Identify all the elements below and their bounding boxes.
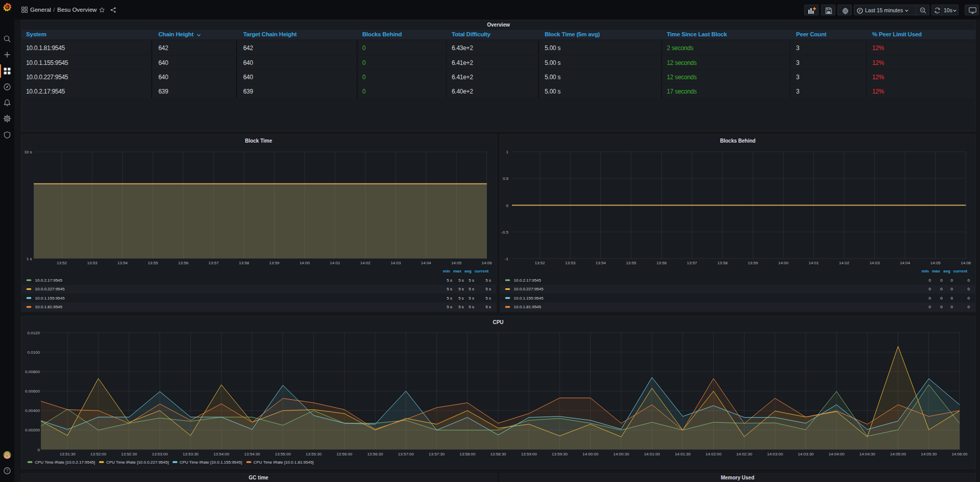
svg-text:13:57:00: 13:57:00 xyxy=(398,452,414,456)
svg-text:14:04: 14:04 xyxy=(421,261,432,265)
svg-text:current: current xyxy=(475,269,489,273)
svg-text:5 s: 5 s xyxy=(458,278,464,283)
svg-text:14:06: 14:06 xyxy=(961,261,971,265)
svg-text:14:02:00: 14:02:00 xyxy=(706,452,722,456)
svg-text:0: 0 xyxy=(940,305,943,309)
svg-text:10.0.1.155:9545: 10.0.1.155:9545 xyxy=(35,296,65,301)
svg-text:14:05:00: 14:05:00 xyxy=(890,452,906,456)
svg-text:0: 0 xyxy=(506,203,508,208)
svg-text:0: 0 xyxy=(950,287,953,291)
svg-text:0: 0 xyxy=(950,278,953,283)
svg-text:avg: avg xyxy=(943,269,950,273)
svg-text:5 s: 5 s xyxy=(485,296,491,301)
svg-text:5 s: 5 s xyxy=(458,305,464,309)
svg-text:max: max xyxy=(453,269,462,273)
svg-text:CPU Time IRate [10.0.1.155:954: CPU Time IRate [10.0.1.155:9545] xyxy=(179,460,242,465)
svg-text:14:06:00: 14:06:00 xyxy=(951,452,968,456)
svg-text:10.0.2.17:9545: 10.0.2.17:9545 xyxy=(35,278,63,283)
svg-text:max: max xyxy=(931,269,940,273)
svg-text:10 s: 10 s xyxy=(24,150,32,154)
svg-text:13:59:00: 13:59:00 xyxy=(521,452,538,456)
svg-text:13:52:30: 13:52:30 xyxy=(121,452,137,456)
svg-text:CPU: CPU xyxy=(493,319,503,325)
svg-text:0: 0 xyxy=(940,296,943,301)
svg-text:10.0.0.227:9545: 10.0.0.227:9545 xyxy=(514,287,543,291)
svg-text:13:55:00: 13:55:00 xyxy=(275,452,291,456)
svg-text:13:57: 13:57 xyxy=(208,261,219,265)
svg-text:5 s: 5 s xyxy=(485,278,491,283)
svg-text:0.0100: 0.0100 xyxy=(28,350,40,355)
svg-text:10.0.0.227:9545: 10.0.0.227:9545 xyxy=(35,287,65,291)
svg-text:13:56: 13:56 xyxy=(178,261,189,265)
svg-text:10.0.1.81:9545: 10.0.1.81:9545 xyxy=(35,305,63,309)
svg-text:5 s: 5 s xyxy=(447,305,452,309)
svg-text:13:52: 13:52 xyxy=(534,261,545,265)
svg-text:14:01:00: 14:01:00 xyxy=(644,452,660,456)
svg-text:14:04:00: 14:04:00 xyxy=(829,452,845,456)
svg-text:14:01:30: 14:01:30 xyxy=(675,452,691,456)
svg-text:0: 0 xyxy=(928,305,931,309)
svg-text:0: 0 xyxy=(950,296,953,301)
svg-text:5 s: 5 s xyxy=(447,278,452,283)
svg-text:CPU Time IRate [10.0.0.227:954: CPU Time IRate [10.0.0.227:9545] xyxy=(106,460,169,465)
svg-text:13:58: 13:58 xyxy=(239,261,249,265)
svg-text:CPU Time IRate [10.0.1.81:9545: CPU Time IRate [10.0.1.81:9545] xyxy=(253,460,314,465)
svg-text:5 s: 5 s xyxy=(447,296,452,301)
svg-text:13:54: 13:54 xyxy=(595,261,606,265)
svg-text:13:52: 13:52 xyxy=(57,261,67,265)
svg-text:0.00800: 0.00800 xyxy=(25,370,40,374)
svg-text:14:03: 14:03 xyxy=(869,261,880,265)
svg-text:10.0.1.155:9545: 10.0.1.155:9545 xyxy=(514,296,543,301)
svg-text:5 s: 5 s xyxy=(485,287,491,291)
svg-text:14:04:30: 14:04:30 xyxy=(859,452,876,456)
svg-text:0.00200: 0.00200 xyxy=(25,428,40,432)
svg-text:0: 0 xyxy=(967,278,970,283)
svg-text:1 s: 1 s xyxy=(27,257,32,261)
svg-text:14:00:30: 14:00:30 xyxy=(613,452,629,456)
svg-text:14:05:30: 14:05:30 xyxy=(921,452,937,456)
svg-text:5 s: 5 s xyxy=(469,305,474,309)
svg-text:13:58:30: 13:58:30 xyxy=(490,452,506,456)
svg-text:0.5: 0.5 xyxy=(502,176,508,181)
svg-text:0.00400: 0.00400 xyxy=(25,408,40,413)
svg-text:?: ? xyxy=(6,468,9,473)
svg-text:13:55: 13:55 xyxy=(626,261,637,265)
svg-text:0: 0 xyxy=(967,305,970,309)
svg-text:-1: -1 xyxy=(504,257,508,261)
svg-text:14:03:30: 14:03:30 xyxy=(798,452,814,456)
svg-text:13:53:00: 13:53:00 xyxy=(152,452,168,456)
svg-text:current: current xyxy=(953,269,967,273)
svg-text:0: 0 xyxy=(950,305,953,309)
svg-text:13:54:30: 13:54:30 xyxy=(244,452,261,456)
svg-text:13:55:30: 13:55:30 xyxy=(306,452,322,456)
svg-text:14:03: 14:03 xyxy=(390,261,401,265)
svg-text:0: 0 xyxy=(940,287,943,291)
svg-text:14:01: 14:01 xyxy=(330,261,341,265)
svg-text:14:00: 14:00 xyxy=(299,261,310,265)
svg-text:10.0.1.81:9545: 10.0.1.81:9545 xyxy=(514,305,541,309)
svg-text:13:58: 13:58 xyxy=(717,261,728,265)
svg-text:13:59: 13:59 xyxy=(748,261,758,265)
svg-text:13:55: 13:55 xyxy=(148,261,158,265)
svg-text:0: 0 xyxy=(38,448,40,452)
svg-text:13:53:30: 13:53:30 xyxy=(182,452,199,456)
svg-text:13:54:00: 13:54:00 xyxy=(214,452,230,456)
svg-text:13:57:30: 13:57:30 xyxy=(429,452,445,456)
svg-text:14:04: 14:04 xyxy=(900,261,911,265)
svg-text:13:52:00: 13:52:00 xyxy=(90,452,107,456)
svg-text:13:56:30: 13:56:30 xyxy=(367,452,384,456)
svg-text:CPU Time IRate [10.0.2.17:9545: CPU Time IRate [10.0.2.17:9545] xyxy=(35,460,95,465)
svg-text:Blocks Behind: Blocks Behind xyxy=(720,138,755,144)
svg-text:avg: avg xyxy=(464,269,472,273)
svg-text:5 s: 5 s xyxy=(469,278,474,283)
svg-text:13:56:00: 13:56:00 xyxy=(336,452,353,456)
svg-text:14:05: 14:05 xyxy=(451,261,462,265)
svg-text:13:54: 13:54 xyxy=(118,261,128,265)
svg-text:14:06: 14:06 xyxy=(482,261,493,265)
svg-text:14:02:30: 14:02:30 xyxy=(736,452,753,456)
svg-text:1: 1 xyxy=(506,150,508,154)
svg-text:13:59: 13:59 xyxy=(269,261,280,265)
svg-text:10.0.2.17:9545: 10.0.2.17:9545 xyxy=(514,278,541,283)
svg-text:13:53: 13:53 xyxy=(87,261,98,265)
svg-text:14:02: 14:02 xyxy=(839,261,850,265)
